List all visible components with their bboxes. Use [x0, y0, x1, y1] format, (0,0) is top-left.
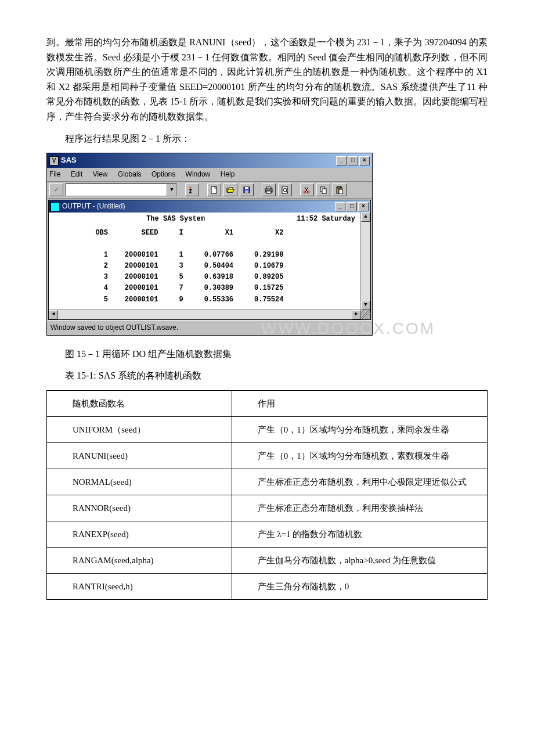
output-data-table: OBS SEED I X1 X2 1 20000101 1 0.07766 0.… [49, 225, 361, 310]
output-minimize-button[interactable]: _ [335, 202, 345, 211]
scroll-left-icon[interactable]: ◄ [49, 310, 58, 319]
open-icon[interactable] [223, 183, 237, 196]
scroll-right-icon[interactable]: ► [352, 310, 361, 319]
menu-file[interactable]: File [49, 170, 60, 178]
titlebar: V SAS _ □ × [47, 153, 372, 168]
output-icon [50, 202, 60, 211]
table-caption: 表 15-1: SAS 系统的各种随机函数 [46, 368, 488, 383]
function-desc-cell: 产生标准正态分布随机数，利用中心极限定理近似公式 [232, 469, 487, 495]
function-desc-cell: 产生伽马分布随机数，alpha>0,seed 为任意数值 [232, 548, 487, 574]
sas-app-window: V SAS _ □ × File Edit View Globals Optio… [46, 153, 373, 336]
scroll-up-icon[interactable]: ▲ [361, 213, 370, 222]
svg-point-11 [304, 191, 306, 193]
table-row: UNIFORM（seed）产生（0，1）区域均匀分布随机数，乘同余发生器 [47, 417, 488, 443]
run-icon[interactable] [185, 183, 199, 196]
paste-icon[interactable] [333, 183, 347, 196]
new-icon[interactable] [207, 183, 221, 196]
command-combo[interactable]: ▼ [66, 183, 177, 196]
function-name-cell: RANTRI(seed,h) [47, 574, 232, 600]
function-desc-cell: 产生（0，1）区域均匀分布随机数，素数模发生器 [232, 443, 487, 469]
function-desc-cell: 产生标准正态分布随机数，利用变换抽样法 [232, 495, 487, 521]
svg-point-0 [189, 186, 192, 189]
menubar: File Edit View Globals Options Window He… [47, 168, 372, 181]
svg-rect-17 [339, 189, 342, 194]
menu-globals[interactable]: Globals [118, 170, 142, 178]
function-desc-cell: 产生 λ=1 的指数分布随机数 [232, 521, 487, 548]
save-icon[interactable] [240, 183, 254, 196]
horizontal-scrollbar[interactable]: ◄ ► [49, 309, 361, 319]
statusbar: Window saved to object OUTLIST.wsave. [47, 320, 372, 335]
svg-rect-14 [322, 189, 326, 193]
table-row: RANNOR(seed)产生标准正态分布随机数，利用变换抽样法 [47, 495, 488, 521]
vertical-scrollbar[interactable]: ▲ ▼ [360, 213, 370, 310]
table-row: RANGAM(seed,alpha)产生伽马分布随机数，alpha>0,seed… [47, 548, 488, 574]
toolbar: ✓ ▼ [47, 181, 372, 199]
function-desc-cell: 产生（0，1）区域均匀分布随机数，乘同余发生器 [232, 417, 487, 443]
function-name-cell: RANGAM(seed,alpha) [47, 548, 232, 574]
table-row: RANTRI(seed,h)产生三角分布随机数，0 [47, 574, 488, 600]
figure-caption: 图 15－1 用循环 DO 组产生随机数数据集 [46, 347, 488, 362]
resize-grip-icon[interactable] [361, 310, 370, 319]
print-icon[interactable] [262, 183, 276, 196]
chevron-down-icon[interactable]: ▼ [167, 184, 176, 196]
menu-view[interactable]: View [93, 170, 108, 178]
function-name-cell: RANNOR(seed) [47, 495, 232, 521]
svg-rect-1 [211, 186, 217, 193]
copy-icon[interactable] [316, 183, 330, 196]
output-close-button[interactable]: × [358, 202, 369, 211]
sas-system-heading: The SAS System [55, 214, 297, 225]
menu-edit[interactable]: Edit [71, 170, 83, 178]
output-body: The SAS System 11:52 Saturday OBS SEED I… [49, 213, 370, 319]
table-row: RANUNI(seed)产生（0，1）区域均匀分布随机数，素数模发生器 [47, 443, 488, 469]
output-titlebar: OUTPUT - (Untitled) _ □ × [49, 200, 370, 213]
check-icon[interactable]: ✓ [49, 183, 63, 196]
output-time-label: 11:52 Saturday [297, 214, 355, 225]
svg-rect-3 [245, 187, 248, 189]
output-window: OUTPUT - (Untitled) _ □ × The SAS System… [48, 200, 371, 320]
preview-icon[interactable] [278, 183, 292, 196]
document-page: 到。最常用的均匀分布随机函数是 RANUNI（seed），这个函数是一个模为 2… [0, 0, 534, 623]
app-title: SAS [61, 154, 77, 167]
sas-app-icon: V [49, 156, 59, 165]
scroll-down-icon[interactable]: ▼ [361, 301, 370, 310]
body-paragraph-2: 程序运行结果见图 2－1 所示： [46, 131, 488, 146]
menu-options[interactable]: Options [151, 170, 175, 178]
function-name-cell: RANEXP(seed) [47, 521, 232, 548]
function-name-cell: UNIFORM（seed） [47, 417, 232, 443]
close-button[interactable]: × [359, 156, 370, 165]
table-header-cell: 随机数函数名 [47, 391, 232, 417]
menu-help[interactable]: Help [221, 170, 235, 178]
svg-rect-7 [266, 191, 271, 193]
body-paragraph-1: 到。最常用的均匀分布随机函数是 RANUNI（seed），这个函数是一个模为 2… [46, 35, 488, 124]
random-function-table: 随机数函数名作用UNIFORM（seed）产生（0，1）区域均匀分布随机数，乘同… [46, 390, 488, 600]
function-name-cell: RANUNI(seed) [47, 443, 232, 469]
table-header-cell: 作用 [232, 391, 487, 417]
svg-rect-16 [338, 186, 341, 188]
svg-point-12 [307, 191, 309, 193]
function-name-cell: NORMAL(seed) [47, 469, 232, 495]
output-maximize-button[interactable]: □ [347, 202, 357, 211]
menu-window[interactable]: Window [186, 170, 211, 178]
svg-rect-4 [245, 190, 248, 193]
function-desc-cell: 产生三角分布随机数，0 [232, 574, 487, 600]
table-row: RANEXP(seed)产生 λ=1 的指数分布随机数 [47, 521, 488, 548]
minimize-button[interactable]: _ [336, 156, 347, 165]
maximize-button[interactable]: □ [348, 156, 358, 165]
table-row: NORMAL(seed)产生标准正态分布随机数，利用中心极限定理近似公式 [47, 469, 488, 495]
output-title-text: OUTPUT - (Untitled) [62, 201, 125, 212]
cut-icon[interactable] [300, 183, 314, 196]
